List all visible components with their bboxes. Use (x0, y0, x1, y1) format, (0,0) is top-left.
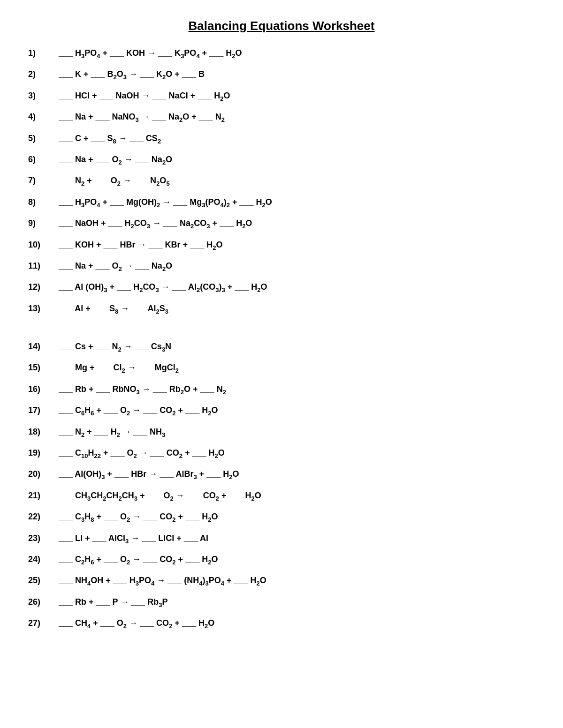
equation-number: 5) (28, 132, 59, 145)
equation-content: ___ C + ___ S8 → ___ CS2 (59, 132, 161, 146)
equation-row: 23)___ Li + ___ AlCl3 → ___ LiCl + ___ A… (28, 532, 535, 546)
page-title: Balancing Equations Worksheet (28, 19, 535, 33)
equation-row: 13)___ Al + ___ S8 → ___ Al2S3 (28, 302, 535, 316)
equation-row: 24)___ C2H6 + ___ O2 → ___ CO2 + ___ H2O (28, 553, 535, 567)
equation-content: ___ Al + ___ S8 → ___ Al2S3 (59, 302, 168, 316)
equation-content: ___ NaOH + ___ H2CO3 → ___ Na2CO3 + ___ … (59, 217, 252, 231)
equation-number: 11) (28, 259, 59, 273)
equation-number: 16) (28, 383, 59, 396)
equation-content: ___ Al(OH)3 + ___ HBr → ___ AlBr3 + ___ … (59, 467, 239, 482)
equation-content: ___ C6H6 + ___ O2 → ___ CO2 + ___ H2O (59, 404, 218, 418)
equation-number: 14) (28, 340, 59, 353)
equation-content: ___ N2 + ___ O2 → ___ N2O5 (59, 174, 170, 188)
equation-row: 8)___ H3PO4 + ___ Mg(OH)2 → ___ Mg3(PO4)… (28, 195, 535, 210)
equation-row: 1)___ H3PO4 + ___ KOH → ___ K3PO4 + ___ … (28, 46, 535, 61)
equation-content: ___ H3PO4 + ___ Mg(OH)2 → ___ Mg3(PO4)2 … (59, 195, 272, 210)
equation-row: 22)___ C3H8 + ___ O2 → ___ CO2 + ___ H2O (28, 510, 535, 525)
equation-content: ___ H3PO4 + ___ KOH → ___ K3PO4 + ___ H2… (59, 46, 242, 61)
equation-row: 17)___ C6H6 + ___ O2 → ___ CO2 + ___ H2O (28, 404, 535, 418)
equation-content: ___ Na + ___ O2 → ___ Na2O (59, 153, 172, 167)
equation-content: ___ K + ___ B2O3 → ___ K2O + ___ B (59, 68, 205, 82)
equation-row: 10)___ KOH + ___ HBr → ___ KBr + ___ H2O (28, 238, 535, 253)
equation-row: 11)___ Na + ___ O2 → ___ Na2O (28, 259, 535, 274)
equation-number: 13) (28, 302, 59, 315)
equation-number: 27) (28, 616, 59, 630)
equation-number: 8) (28, 195, 59, 209)
equation-row: 21)___ CH3CH2CH2CH3 + ___ O2 → ___ CO2 +… (28, 489, 535, 503)
equation-row: 7)___ N2 + ___ O2 → ___ N2O5 (28, 174, 535, 188)
equation-row: 6)___ Na + ___ O2 → ___ Na2O (28, 153, 535, 167)
equation-row: 12)___ Al (OH)3 + ___ H2CO3 → ___ Al2(CO… (28, 280, 535, 295)
equation-number: 15) (28, 361, 59, 375)
equation-number: 2) (28, 68, 59, 81)
equation-content: ___ Na + ___ NaNO3 → ___ Na2O + ___ N2 (59, 110, 225, 125)
equation-row: 14)___ Cs + ___ N2 → ___ Cs3N (28, 340, 535, 354)
equation-row: 20)___ Al(OH)3 + ___ HBr → ___ AlBr3 + _… (28, 467, 535, 482)
equation-content: ___ C2H6 + ___ O2 → ___ CO2 + ___ H2O (59, 553, 218, 567)
equation-number: 23) (28, 532, 59, 545)
equation-row: 2)___ K + ___ B2O3 → ___ K2O + ___ B (28, 68, 535, 82)
equation-number: 24) (28, 553, 59, 566)
equation-row: 26)___ Rb + ___ P → ___ Rb3P (28, 595, 535, 610)
equation-content: ___ HCl + ___ NaOH → ___ NaCl + ___ H2O (59, 89, 230, 104)
equation-content: ___ KOH + ___ HBr → ___ KBr + ___ H2O (59, 238, 222, 253)
equation-row: 3)___ HCl + ___ NaOH → ___ NaCl + ___ H2… (28, 89, 535, 104)
equation-row: 9)___ NaOH + ___ H2CO3 → ___ Na2CO3 + __… (28, 217, 535, 231)
equation-number: 18) (28, 425, 59, 439)
equation-number: 21) (28, 489, 59, 503)
equation-content: ___ Cs + ___ N2 → ___ Cs3N (59, 340, 171, 354)
equation-content: ___ Rb + ___ RbNO3 → ___ Rb2O + ___ N2 (59, 383, 226, 397)
equation-content: ___ N2 + ___ H2 → ___ NH3 (59, 425, 165, 440)
equation-number: 7) (28, 174, 59, 188)
equation-number: 19) (28, 446, 59, 460)
equation-content: ___ CH3CH2CH2CH3 + ___ O2 → ___ CO2 + __… (59, 489, 261, 503)
equation-row: 27)___ CH4 + ___ O2 → ___ CO2 + ___ H2O (28, 616, 535, 631)
equation-number: 12) (28, 280, 59, 294)
equation-row: 4)___ Na + ___ NaNO3 → ___ Na2O + ___ N2 (28, 110, 535, 125)
equation-row: 15)___ Mg + ___ Cl2 → ___ MgCl2 (28, 361, 535, 375)
equation-number: 6) (28, 153, 59, 166)
equation-number: 22) (28, 510, 59, 524)
equation-number: 17) (28, 404, 59, 417)
equation-row: 5)___ C + ___ S8 → ___ CS2 (28, 132, 535, 146)
equation-row: 25)___ NH4OH + ___ H3PO4 → ___ (NH4)3PO4… (28, 574, 535, 588)
equation-number: 25) (28, 574, 59, 587)
equation-row: 16)___ Rb + ___ RbNO3 → ___ Rb2O + ___ N… (28, 383, 535, 397)
equation-number: 4) (28, 110, 59, 124)
equation-content: ___ Rb + ___ P → ___ Rb3P (59, 595, 168, 610)
equation-number: 3) (28, 89, 59, 103)
equation-row: 19)___ C10H22 + ___ O2 → ___ CO2 + ___ H… (28, 446, 535, 461)
section-gap (28, 323, 535, 340)
equation-content: ___ Al (OH)3 + ___ H2CO3 → ___ Al2(CO3)3… (59, 280, 267, 295)
equation-number: 10) (28, 238, 59, 252)
equation-content: ___ Li + ___ AlCl3 → ___ LiCl + ___ Al (59, 532, 208, 546)
equation-content: ___ C10H22 + ___ O2 → ___ CO2 + ___ H2O (59, 446, 225, 461)
equation-content: ___ CH4 + ___ O2 → ___ CO2 + ___ H2O (59, 616, 214, 631)
equation-number: 9) (28, 217, 59, 230)
equation-number: 26) (28, 595, 59, 609)
equation-number: 20) (28, 467, 59, 481)
equation-number: 1) (28, 46, 59, 60)
equation-row: 18)___ N2 + ___ H2 → ___ NH3 (28, 425, 535, 440)
equation-content: ___ Na + ___ O2 → ___ Na2O (59, 259, 172, 274)
equation-content: ___ C3H8 + ___ O2 → ___ CO2 + ___ H2O (59, 510, 218, 525)
equation-content: ___ Mg + ___ Cl2 → ___ MgCl2 (59, 361, 179, 375)
equation-content: ___ NH4OH + ___ H3PO4 → ___ (NH4)3PO4 + … (59, 574, 266, 588)
